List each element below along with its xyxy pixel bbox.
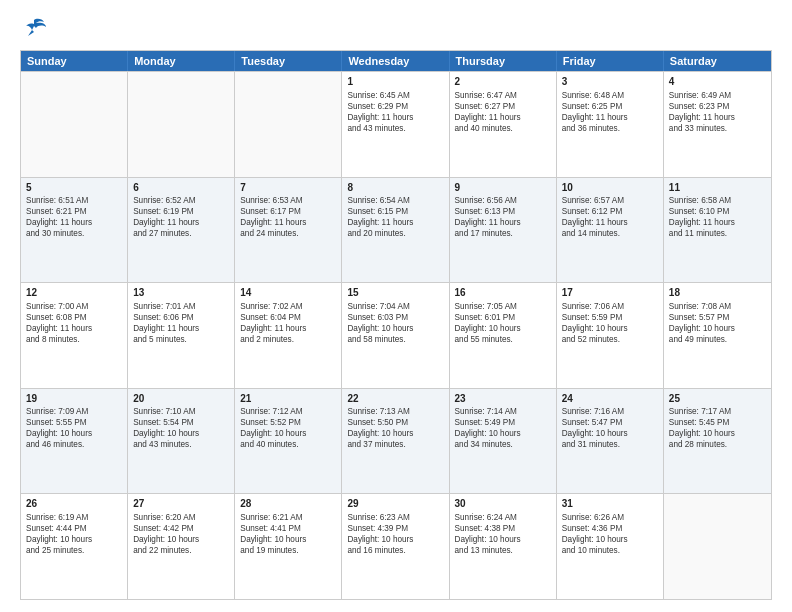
day-info-line: Sunrise: 6:49 AM	[669, 90, 766, 101]
day-info-line: and 34 minutes.	[455, 439, 551, 450]
day-info-line: and 33 minutes.	[669, 123, 766, 134]
logo-icon	[20, 16, 48, 40]
day-info-line: Sunrise: 6:52 AM	[133, 195, 229, 206]
day-cell-12: 12Sunrise: 7:00 AMSunset: 6:08 PMDayligh…	[21, 283, 128, 388]
day-info-line: and 20 minutes.	[347, 228, 443, 239]
day-info-line: and 16 minutes.	[347, 545, 443, 556]
day-info-line: Sunset: 5:57 PM	[669, 312, 766, 323]
day-info-line: Sunset: 6:12 PM	[562, 206, 658, 217]
day-info-line: and 55 minutes.	[455, 334, 551, 345]
day-info-line: and 27 minutes.	[133, 228, 229, 239]
day-info-line: Sunset: 6:21 PM	[26, 206, 122, 217]
empty-cell	[235, 72, 342, 177]
day-info-line: Sunrise: 7:16 AM	[562, 406, 658, 417]
day-cell-31: 31Sunrise: 6:26 AMSunset: 4:36 PMDayligh…	[557, 494, 664, 599]
day-number: 13	[133, 286, 229, 300]
day-number: 15	[347, 286, 443, 300]
day-info-line: Sunrise: 6:21 AM	[240, 512, 336, 523]
day-info-line: Sunrise: 6:51 AM	[26, 195, 122, 206]
day-number: 27	[133, 497, 229, 511]
week-row-4: 19Sunrise: 7:09 AMSunset: 5:55 PMDayligh…	[21, 388, 771, 494]
day-number: 4	[669, 75, 766, 89]
day-info-line: Daylight: 11 hours	[455, 217, 551, 228]
day-number: 16	[455, 286, 551, 300]
day-header-saturday: Saturday	[664, 51, 771, 71]
day-info-line: Daylight: 10 hours	[347, 428, 443, 439]
day-info-line: Sunset: 5:54 PM	[133, 417, 229, 428]
page: SundayMondayTuesdayWednesdayThursdayFrid…	[0, 0, 792, 612]
day-cell-26: 26Sunrise: 6:19 AMSunset: 4:44 PMDayligh…	[21, 494, 128, 599]
calendar: SundayMondayTuesdayWednesdayThursdayFrid…	[20, 50, 772, 600]
day-info-line: and 22 minutes.	[133, 545, 229, 556]
day-cell-29: 29Sunrise: 6:23 AMSunset: 4:39 PMDayligh…	[342, 494, 449, 599]
day-info-line: and 46 minutes.	[26, 439, 122, 450]
day-cell-14: 14Sunrise: 7:02 AMSunset: 6:04 PMDayligh…	[235, 283, 342, 388]
day-cell-16: 16Sunrise: 7:05 AMSunset: 6:01 PMDayligh…	[450, 283, 557, 388]
empty-cell	[21, 72, 128, 177]
day-info-line: Daylight: 10 hours	[455, 323, 551, 334]
day-info-line: Sunset: 6:25 PM	[562, 101, 658, 112]
day-cell-6: 6Sunrise: 6:52 AMSunset: 6:19 PMDaylight…	[128, 178, 235, 283]
day-cell-13: 13Sunrise: 7:01 AMSunset: 6:06 PMDayligh…	[128, 283, 235, 388]
day-info-line: and 40 minutes.	[455, 123, 551, 134]
day-info-line: Sunset: 6:06 PM	[133, 312, 229, 323]
day-info-line: Sunrise: 6:56 AM	[455, 195, 551, 206]
day-info-line: Sunrise: 7:06 AM	[562, 301, 658, 312]
day-number: 31	[562, 497, 658, 511]
day-header-tuesday: Tuesday	[235, 51, 342, 71]
day-number: 1	[347, 75, 443, 89]
logo	[20, 16, 52, 40]
day-info-line: Sunset: 6:29 PM	[347, 101, 443, 112]
day-info-line: Daylight: 10 hours	[669, 323, 766, 334]
day-info-line: and 28 minutes.	[669, 439, 766, 450]
day-header-sunday: Sunday	[21, 51, 128, 71]
day-info-line: Sunrise: 6:53 AM	[240, 195, 336, 206]
day-info-line: Sunrise: 6:58 AM	[669, 195, 766, 206]
day-cell-8: 8Sunrise: 6:54 AMSunset: 6:15 PMDaylight…	[342, 178, 449, 283]
day-info-line: and 11 minutes.	[669, 228, 766, 239]
day-info-line: Daylight: 11 hours	[669, 217, 766, 228]
day-cell-30: 30Sunrise: 6:24 AMSunset: 4:38 PMDayligh…	[450, 494, 557, 599]
day-info-line: Daylight: 10 hours	[240, 534, 336, 545]
day-cell-25: 25Sunrise: 7:17 AMSunset: 5:45 PMDayligh…	[664, 389, 771, 494]
day-number: 25	[669, 392, 766, 406]
day-cell-1: 1Sunrise: 6:45 AMSunset: 6:29 PMDaylight…	[342, 72, 449, 177]
day-info-line: Sunrise: 6:26 AM	[562, 512, 658, 523]
day-info-line: Sunset: 4:38 PM	[455, 523, 551, 534]
day-info-line: and 43 minutes.	[347, 123, 443, 134]
day-info-line: Sunrise: 7:17 AM	[669, 406, 766, 417]
day-info-line: Sunrise: 7:14 AM	[455, 406, 551, 417]
day-info-line: and 52 minutes.	[562, 334, 658, 345]
day-number: 21	[240, 392, 336, 406]
day-cell-23: 23Sunrise: 7:14 AMSunset: 5:49 PMDayligh…	[450, 389, 557, 494]
day-number: 26	[26, 497, 122, 511]
day-info-line: Daylight: 11 hours	[669, 112, 766, 123]
day-cell-27: 27Sunrise: 6:20 AMSunset: 4:42 PMDayligh…	[128, 494, 235, 599]
day-info-line: Sunset: 6:27 PM	[455, 101, 551, 112]
day-cell-20: 20Sunrise: 7:10 AMSunset: 5:54 PMDayligh…	[128, 389, 235, 494]
day-info-line: and 40 minutes.	[240, 439, 336, 450]
day-number: 22	[347, 392, 443, 406]
day-number: 19	[26, 392, 122, 406]
day-info-line: Daylight: 10 hours	[669, 428, 766, 439]
day-cell-22: 22Sunrise: 7:13 AMSunset: 5:50 PMDayligh…	[342, 389, 449, 494]
week-row-5: 26Sunrise: 6:19 AMSunset: 4:44 PMDayligh…	[21, 493, 771, 599]
day-info-line: and 30 minutes.	[26, 228, 122, 239]
day-info-line: Daylight: 10 hours	[26, 428, 122, 439]
day-cell-21: 21Sunrise: 7:12 AMSunset: 5:52 PMDayligh…	[235, 389, 342, 494]
day-header-thursday: Thursday	[450, 51, 557, 71]
calendar-header: SundayMondayTuesdayWednesdayThursdayFrid…	[21, 51, 771, 71]
day-cell-5: 5Sunrise: 6:51 AMSunset: 6:21 PMDaylight…	[21, 178, 128, 283]
day-info-line: Daylight: 10 hours	[562, 323, 658, 334]
day-info-line: and 43 minutes.	[133, 439, 229, 450]
day-info-line: Sunset: 6:03 PM	[347, 312, 443, 323]
day-info-line: Sunset: 6:13 PM	[455, 206, 551, 217]
day-info-line: Sunset: 6:23 PM	[669, 101, 766, 112]
day-info-line: Daylight: 10 hours	[133, 428, 229, 439]
day-number: 24	[562, 392, 658, 406]
day-info-line: Sunset: 5:59 PM	[562, 312, 658, 323]
day-info-line: Sunset: 6:01 PM	[455, 312, 551, 323]
day-info-line: Daylight: 11 hours	[455, 112, 551, 123]
day-number: 6	[133, 181, 229, 195]
day-info-line: Sunset: 6:15 PM	[347, 206, 443, 217]
